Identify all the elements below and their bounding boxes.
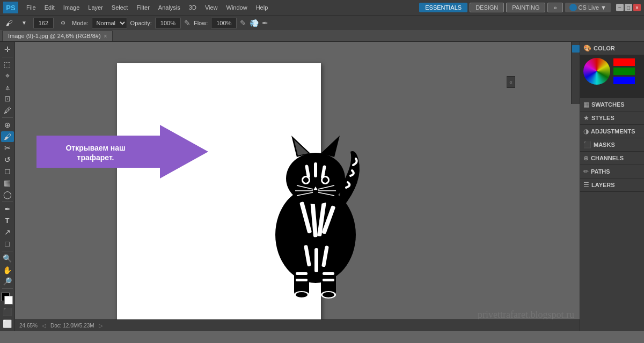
layers-panel: ☰ LAYERS (580, 178, 644, 192)
path-select-tool[interactable]: ↗ (1, 227, 14, 238)
swatches-panel: ▦ SWATCHES (580, 98, 644, 111)
paths-panel-header[interactable]: ✏ PATHS (580, 165, 644, 178)
color-swatch[interactable] (1, 293, 14, 304)
mode-select[interactable]: Normal (92, 18, 127, 28)
menu-3d[interactable]: 3D (185, 3, 200, 12)
masks-panel-header[interactable]: ⬛ MASKS (580, 138, 644, 151)
adjustments-label: ADJUSTMENTS (591, 128, 635, 135)
svg-point-31 (323, 292, 334, 297)
svg-point-15 (323, 177, 328, 183)
color-g (613, 68, 635, 75)
zoom-out-tool[interactable]: 🔎 (1, 276, 14, 287)
channels-label: CHANNELS (591, 155, 624, 161)
tab-title: Image (9)-1.jpg @ 24,6% (RGB/8#) (8, 33, 101, 39)
essentials-btn[interactable]: ESSENTIALS (419, 3, 467, 12)
menu-edit[interactable]: Edit (41, 3, 58, 12)
channels-panel-header[interactable]: ⊕ CHANNELS (580, 152, 644, 165)
move-tool[interactable]: ✛ (1, 44, 14, 55)
svg-rect-6 (314, 248, 318, 272)
crop-tool[interactable]: ⊡ (1, 93, 14, 105)
opacity-value[interactable]: 100% (155, 18, 181, 28)
minimize-btn[interactable]: − (616, 4, 624, 11)
cs-live-btn[interactable]: CS Live ▼ (565, 3, 611, 12)
color-panel: 🎨 COLOR (580, 42, 644, 98)
brush-size-value[interactable]: 162 (33, 18, 54, 28)
panel-icon-6 (572, 93, 580, 101)
eraser-tool[interactable]: ◻ (1, 166, 14, 177)
flow-value[interactable]: 100% (211, 18, 237, 28)
menu-view[interactable]: View (201, 3, 222, 12)
airbrush-icon[interactable]: 💨 (250, 19, 259, 27)
history-brush-tool[interactable]: ↺ (1, 154, 14, 166)
panel-expand-btn[interactable]: « (507, 76, 515, 88)
brush-size-icon: ▼ (18, 17, 30, 29)
quick-select-tool[interactable]: ⍋ (1, 82, 14, 93)
menu-analysis[interactable]: Analysis (155, 3, 184, 12)
masks-panel: ⬛ MASKS (580, 138, 644, 152)
svg-text:трафарет.: трафарет. (77, 153, 114, 162)
more-workspaces-btn[interactable]: » (547, 3, 562, 12)
svg-rect-35 (323, 279, 334, 281)
close-btn[interactable]: × (633, 4, 641, 11)
layers-icon: ☰ (583, 181, 589, 189)
right-panel: 🎨 COLOR ▦ SWATCHES (580, 42, 644, 331)
menu-window[interactable]: Window (223, 3, 251, 12)
design-btn[interactable]: DESIGN (470, 3, 504, 12)
svg-rect-32 (296, 272, 308, 275)
doc-size: Doc: 12.0M/5.23M (50, 323, 94, 329)
brush-tool[interactable]: 🖌 (1, 131, 14, 143)
menu-filter[interactable]: Filter (133, 3, 153, 12)
menu-layer[interactable]: Layer (84, 3, 107, 12)
canvas-area: Открываем наш трафарет. privettrafaret.b… (15, 42, 580, 331)
hand-tool[interactable]: ✋ (1, 264, 14, 275)
status-arrow-left[interactable]: ◁ (42, 323, 46, 329)
opacity-label: Opacity: (130, 20, 152, 26)
maximize-btn[interactable]: □ (625, 4, 632, 11)
painting-btn[interactable]: PAINTING (506, 3, 545, 12)
quick-mask-btn[interactable]: ⬛ (1, 307, 14, 318)
brush-options-icon[interactable]: ⚙ (57, 17, 69, 29)
lasso-tool[interactable]: ⌖ (1, 70, 14, 81)
adjustments-panel: ◑ ADJUSTMENTS (580, 125, 644, 138)
channels-icon: ⊕ (583, 154, 589, 162)
marquee-tool[interactable]: ⬚ (1, 58, 14, 70)
menu-file[interactable]: File (23, 3, 40, 12)
clone-tool[interactable]: ✂ (1, 143, 14, 154)
screen-mode-btn[interactable]: ⬜ (1, 318, 14, 329)
panel-icon-4 (572, 74, 580, 81)
color-wheel[interactable] (583, 58, 610, 85)
styles-panel-header[interactable]: ★ STYLES (580, 111, 644, 124)
tab-close-btn[interactable]: × (104, 33, 107, 39)
options-bar: 🖌 ▼ 162 ⚙ Mode: Normal Opacity: 100% ✎ F… (0, 15, 644, 30)
menu-help[interactable]: Help (252, 3, 272, 12)
gradient-tool[interactable]: ▦ (1, 177, 14, 189)
color-b (613, 77, 635, 84)
spot-heal-tool[interactable]: ⊕ (1, 120, 14, 131)
swatches-label: SWATCHES (591, 101, 625, 108)
pen-tool[interactable]: ✒ (1, 204, 14, 215)
swatches-panel-header[interactable]: ▦ SWATCHES (580, 98, 644, 111)
zoom-tool[interactable]: 🔍 (1, 253, 14, 264)
channels-panel: ⊕ CHANNELS (580, 152, 644, 165)
background-color[interactable] (4, 296, 13, 304)
tool-separator-5 (2, 288, 13, 289)
shape-tool[interactable]: □ (1, 238, 14, 249)
dodge-tool[interactable]: ◯ (1, 189, 14, 200)
menu-image[interactable]: Image (60, 3, 84, 12)
status-arrow-right[interactable]: ▷ (99, 323, 103, 329)
paths-label: PATHS (591, 168, 610, 175)
styles-icon: ★ (583, 114, 589, 122)
adjustments-panel-header[interactable]: ◑ ADJUSTMENTS (580, 125, 644, 138)
layers-panel-header[interactable]: ☰ LAYERS (580, 178, 644, 191)
cat-stencil (240, 95, 391, 310)
menu-select[interactable]: Select (108, 3, 132, 12)
color-panel-header[interactable]: 🎨 COLOR (580, 42, 644, 55)
type-tool[interactable]: T (1, 215, 14, 226)
styles-label: STYLES (591, 115, 614, 121)
opacity-icon: ✎ (184, 19, 191, 27)
tool-separator-2 (2, 117, 13, 118)
masks-label: MASKS (594, 141, 615, 148)
eyedropper-tool[interactable]: 🖉 (1, 105, 14, 116)
panel-icon-1 (572, 45, 580, 53)
document-tab[interactable]: Image (9)-1.jpg @ 24,6% (RGB/8#) × (2, 31, 113, 41)
